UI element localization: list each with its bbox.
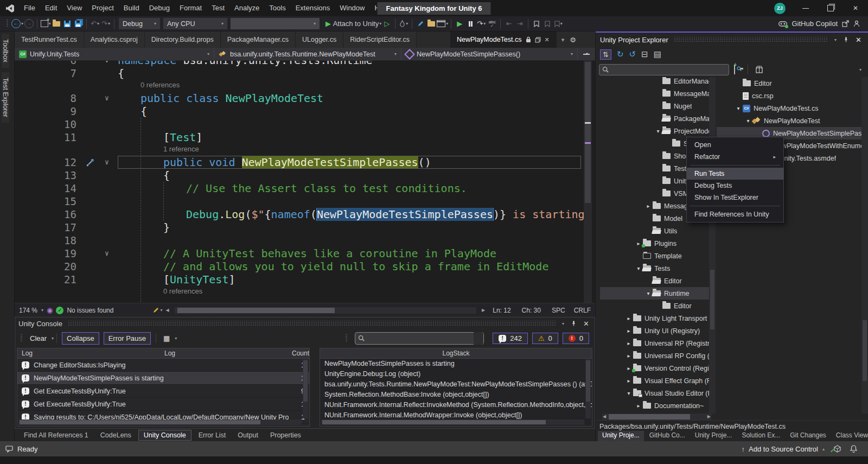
navigate-back-button[interactable]: ←▾: [11, 18, 23, 30]
decrease-indent-button[interactable]: ⇤: [503, 18, 514, 30]
toolbar-grip[interactable]: [7, 20, 8, 28]
stack-frame[interactable]: NewPlayModeTestSimplePasses is starting: [320, 359, 592, 369]
view-options-button[interactable]: ▤: [654, 49, 661, 59]
feedback-icon[interactable]: [5, 446, 13, 453]
tree-item-plugins[interactable]: ▸Plugins: [600, 237, 709, 250]
menu-project[interactable]: Project: [87, 0, 118, 16]
editor-tab[interactable]: Analytics.csproj: [84, 31, 145, 48]
menu-analyze[interactable]: Analyze: [229, 0, 264, 16]
refresh-button[interactable]: ↻: [617, 49, 624, 59]
columns-button[interactable]: ▦: [159, 333, 174, 344]
codelens-indicator[interactable]: 1 reference: [15, 144, 595, 156]
menu-extensions[interactable]: Extensions: [291, 0, 335, 16]
stack-frame[interactable]: UnityEngine.Debug:Log (object): [320, 369, 592, 379]
expander-icon[interactable]: ▸: [634, 403, 643, 409]
window-layout-button[interactable]: ▾: [437, 18, 448, 30]
editor-tab[interactable]: ULogger.cs: [296, 31, 343, 48]
console-search-box[interactable]: [355, 332, 484, 345]
step-over-button[interactable]: ↷▾: [476, 18, 487, 30]
log-column-header[interactable]: Log: [48, 349, 292, 357]
scroll-right-icon[interactable]: ▶: [482, 308, 485, 313]
menu-tools[interactable]: Tools: [264, 0, 290, 16]
run-tests-play-button[interactable]: ▶: [454, 18, 465, 30]
code-line-11[interactable]: 11[Test]: [15, 131, 595, 144]
fold-arrow-icon[interactable]: ∨: [96, 156, 118, 169]
pause-button[interactable]: [465, 18, 476, 30]
code-line-19[interactable]: 19∨// A UnityTest behaves like a corouti…: [15, 247, 595, 260]
line-number[interactable]: 10: [15, 118, 84, 131]
github-copilot-icon[interactable]: [778, 21, 787, 27]
log-horizontal-scrollbar[interactable]: [18, 419, 302, 425]
console-search-input[interactable]: [367, 334, 471, 342]
package-manager-button[interactable]: [756, 66, 763, 73]
find-in-files-button[interactable]: [426, 18, 437, 30]
split-editor-button[interactable]: [578, 48, 595, 60]
tree-item-newplaymodetest[interactable]: ▾NewPlayModeTest: [717, 115, 862, 127]
editor-tab[interactable]: TestRunnerTest.cs: [15, 31, 84, 48]
close-tab-icon[interactable]: ✕: [545, 36, 550, 43]
line-number[interactable]: 17: [15, 221, 84, 234]
scrollbar-thumb[interactable]: [177, 308, 334, 313]
next-bookmark-button[interactable]: ▾: [553, 18, 564, 30]
startup-item-dropdown[interactable]: ▾: [231, 18, 320, 29]
log-vertical-scrollbar[interactable]: [303, 359, 308, 418]
tree-item-template[interactable]: Template: [600, 250, 709, 262]
expander-icon[interactable]: ▸: [624, 315, 633, 321]
spaces-indicator[interactable]: SPC: [552, 307, 565, 314]
navigate-forward-button[interactable]: →: [23, 18, 34, 30]
count-column-header[interactable]: Count: [292, 349, 309, 357]
rail-tab-test-explorer[interactable]: Test Explorer: [2, 72, 9, 123]
fold-arrow-icon[interactable]: ∨: [96, 92, 118, 105]
context-menu-item-refactor[interactable]: Refactor▸: [687, 151, 783, 163]
live-share-person-icon[interactable]: [853, 20, 860, 27]
code-line-7[interactable]: 7{: [15, 67, 595, 80]
info-count-badge[interactable]: !242: [493, 333, 528, 344]
tab-list-icon[interactable]: ▾: [561, 36, 565, 43]
add-to-source-control-button[interactable]: ↑ Add to Source Control ▴: [742, 445, 825, 453]
code-line-10[interactable]: 10: [15, 118, 595, 131]
tree-item-newplaymodetest-cs[interactable]: ▾C#NewPlayModeTest.cs: [717, 102, 862, 115]
editor-vertical-scrollbar[interactable]: [584, 61, 592, 303]
explorer-tab[interactable]: Class View: [832, 431, 868, 441]
tree-item-projectmodel[interactable]: ▾ProjectModel: [600, 125, 709, 137]
code-cleanup-button[interactable]: ▾: [152, 307, 162, 314]
code-line-15[interactable]: 15: [15, 195, 595, 208]
code-line-17[interactable]: 17}: [15, 221, 595, 234]
reload-button[interactable]: ↺: [629, 49, 636, 59]
line-number[interactable]: 19: [15, 247, 84, 260]
save-all-button[interactable]: [73, 18, 84, 30]
breadcrumb-project-dropdown[interactable]: C# Unify.Unity.Tests ▾: [15, 48, 214, 60]
source-control-status-icon[interactable]: ✓: [833, 445, 841, 453]
tree-item-unity-ui-registry-[interactable]: ▸Unity UI (Registry): [600, 325, 709, 337]
toggle-bookmark-button[interactable]: [531, 18, 542, 30]
attach-to-unity-button[interactable]: ▶ Attach to Unity▾: [326, 18, 381, 30]
files-scrollbar[interactable]: [861, 77, 868, 414]
code-line-21[interactable]: 21[UnityTest]: [15, 273, 595, 286]
tree-item-tests[interactable]: ▾Tests: [600, 262, 709, 275]
scrollbar-thumb[interactable]: [585, 62, 591, 203]
line-number[interactable]: 12: [15, 156, 84, 169]
code-line-16[interactable]: 16Debug.Log($"{nameof(NewPlayModeTestSim…: [15, 208, 595, 221]
code-line-8[interactable]: 8∨public class NewPlayModeTest: [15, 92, 595, 105]
tree-item-visual-studio-editor-regis[interactable]: ▾Visual Studio Editor (Regis: [600, 387, 709, 399]
log-list-header[interactable]: Log Log Count: [17, 348, 309, 359]
tree-item-version-control-registry-[interactable]: ▸Version Control (Registry): [600, 362, 709, 374]
menu-test[interactable]: Test: [207, 0, 229, 16]
window-position-icon[interactable]: ▾: [834, 37, 837, 42]
menu-build[interactable]: Build: [119, 0, 144, 16]
overflow-icon[interactable]: ▾: [859, 67, 865, 72]
explorer-search-input[interactable]: [611, 65, 726, 74]
tree-item-universal-rp-config-regis[interactable]: ▸Universal RP Config (Regis: [600, 349, 709, 362]
new-item-button[interactable]: [734, 66, 735, 74]
explorer-header[interactable]: Unity Project Explorer ▾ ✕: [596, 33, 868, 47]
explorer-tab[interactable]: Solution Ex...: [737, 431, 784, 441]
panel-tab-find-all-references-1[interactable]: Find All References 1: [19, 430, 93, 440]
open-file-button[interactable]: [51, 18, 62, 30]
solution-configuration-dropdown[interactable]: Debug▾: [119, 18, 160, 29]
increase-indent-button[interactable]: ⇥: [514, 18, 525, 30]
toolbar-grip[interactable]: [21, 334, 22, 342]
tree-item-csc-rsp[interactable]: csc.rsp: [717, 90, 862, 102]
eol-indicator[interactable]: CRLF: [574, 307, 591, 314]
stack-frame[interactable]: bsa.unify.unity.Tests.Runtime.NewPlayMod…: [320, 379, 592, 390]
tree-item-visual-effect-graph-regist[interactable]: ▸Visual Effect Graph (Regist: [600, 374, 709, 387]
